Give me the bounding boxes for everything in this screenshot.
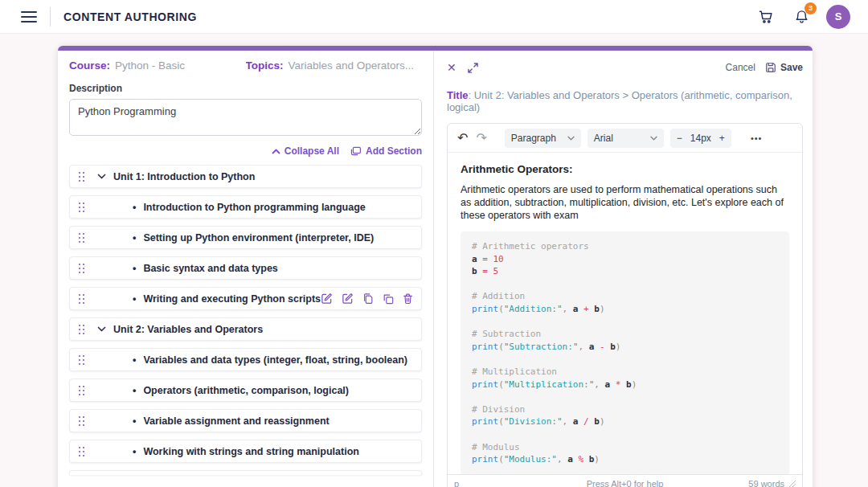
drag-handle-icon[interactable]	[78, 171, 84, 182]
unit-label: Unit 1: Introduction to Python	[113, 171, 255, 182]
drag-handle-icon[interactable]	[78, 415, 84, 426]
code-line: print("Subtraction:", a - b)	[472, 341, 778, 354]
drag-handle-icon[interactable]	[78, 232, 84, 243]
word-count[interactable]: 59 words	[748, 479, 784, 487]
font-size-decrease-button[interactable]: −	[677, 133, 682, 144]
save-icon	[765, 62, 776, 73]
collapse-all-button[interactable]: Collapse All	[272, 145, 339, 157]
topic-label: Introduction to Python programming langu…	[133, 202, 366, 213]
code-line: a = 10	[472, 253, 778, 266]
code-line: # Modulus	[472, 441, 778, 454]
code-line	[472, 353, 778, 366]
paragraph-style-value: Paragraph	[511, 133, 556, 144]
font-size-increase-button[interactable]: +	[719, 133, 725, 144]
drag-handle-icon[interactable]	[78, 446, 84, 456]
section-row-partial	[69, 470, 422, 475]
drag-handle-icon[interactable]	[78, 385, 84, 395]
drag-handle-icon[interactable]	[78, 202, 84, 212]
cart-icon	[758, 9, 774, 25]
add-section-icon	[350, 146, 362, 156]
notification-badge: 3	[805, 2, 817, 14]
topic-row[interactable]: Introduction to Python programming langu…	[69, 195, 422, 219]
code-line: print("Division:", a / b)	[472, 415, 778, 428]
nav-right: 3 S	[755, 5, 850, 29]
more-options-icon[interactable]: •••	[751, 133, 763, 143]
expand-icon[interactable]	[468, 63, 478, 73]
code-line: # Arithmetic operators	[472, 240, 778, 253]
chevron-down-icon[interactable]	[97, 174, 106, 179]
copy-icon[interactable]	[362, 293, 374, 305]
editor-title: Title: Unit 2: Variables and Operators >…	[447, 89, 803, 113]
resize-grip-icon[interactable]	[789, 481, 796, 487]
code-line	[472, 428, 778, 441]
edit-icon[interactable]	[321, 293, 333, 305]
topic-row[interactable]: Operators (arithmetic, comparison, logic…	[69, 379, 422, 402]
drag-handle-icon[interactable]	[78, 354, 84, 365]
hamburger-menu-icon[interactable]	[21, 11, 37, 23]
statusbar-element-path[interactable]: p	[454, 479, 459, 487]
content-paragraph: Arithmetic operators are used to perform…	[461, 183, 789, 222]
duplicate-icon[interactable]	[383, 293, 394, 305]
page: CONTENT AUTHORING 3 S C	[0, 0, 868, 487]
content-card: Course:Python - Basic Topics:Variables a…	[58, 46, 813, 487]
notifications-button[interactable]: 3	[791, 6, 812, 27]
topic-label: Setting up Python environment (interpret…	[133, 232, 374, 244]
code-line: print("Addition:", a + b)	[472, 303, 778, 316]
chevron-down-icon	[650, 136, 657, 141]
drag-handle-icon[interactable]	[78, 293, 84, 304]
outline-list: Unit 1: Introduction to Python Introduct…	[69, 165, 422, 475]
chevron-down-icon	[567, 136, 575, 141]
topic-row[interactable]: Basic syntax and data types	[69, 256, 422, 280]
title-value: : Unit 2: Variables and Operators > Oper…	[447, 89, 792, 113]
cancel-button[interactable]: Cancel	[726, 62, 755, 73]
cart-button[interactable]	[755, 6, 776, 27]
save-label: Save	[780, 62, 803, 73]
topic-label: Operators (arithmetic, comparison, logic…	[133, 385, 349, 396]
save-button[interactable]: Save	[765, 62, 803, 73]
topics-field: Topics:Variables and Operators...	[246, 59, 423, 72]
avatar[interactable]: S	[826, 5, 850, 29]
code-line: b = 5	[472, 265, 778, 278]
close-icon[interactable]: ✕	[447, 62, 457, 73]
editor-header: ✕ Cancel Save	[447, 60, 803, 75]
topic-row-selected[interactable]: Writing and executing Python scripts	[69, 287, 422, 310]
edit-content-icon[interactable]	[342, 293, 354, 305]
topics-value: Variables and Operators...	[289, 59, 415, 72]
topic-row[interactable]: Variables and data types (integer, float…	[69, 348, 422, 371]
code-line: # Addition	[472, 290, 778, 303]
topic-label: Writing and executing Python scripts	[133, 293, 321, 305]
topic-row[interactable]: Working with strings and string manipula…	[69, 440, 422, 463]
topic-row[interactable]: Variable assignment and reassignment	[69, 409, 422, 432]
code-line: # Multiplication	[472, 366, 778, 379]
chevron-down-icon[interactable]	[97, 326, 106, 332]
editor-toolbar: ↶ ↷ Paragraph Arial − 14px	[448, 124, 802, 153]
code-line: # Division	[472, 403, 778, 416]
description-input[interactable]: Python Programming	[69, 99, 422, 136]
section-row-unit-1[interactable]: Unit 1: Introduction to Python	[69, 165, 422, 188]
nav-divider	[50, 7, 51, 27]
code-line	[472, 278, 778, 291]
course-value: Python - Basic	[115, 59, 185, 72]
top-nav: CONTENT AUTHORING 3 S	[0, 0, 868, 34]
drag-handle-icon[interactable]	[78, 324, 84, 334]
drag-handle-icon[interactable]	[78, 263, 84, 273]
title-label: Title	[447, 89, 469, 101]
code-line	[472, 316, 778, 329]
section-row-unit-2[interactable]: Unit 2: Variables and Operators	[69, 317, 422, 341]
font-family-dropdown[interactable]: Arial	[588, 129, 664, 148]
add-section-button[interactable]: Add Section	[350, 145, 422, 157]
topic-row[interactable]: Setting up Python environment (interpret…	[69, 226, 422, 249]
chevron-up-icon	[272, 149, 280, 154]
topic-label: Variable assignment and reassignment	[133, 415, 330, 427]
course-meta-row: Course:Python - Basic Topics:Variables a…	[69, 59, 422, 72]
panel-links: Collapse All Add Section	[69, 145, 422, 157]
delete-icon[interactable]	[403, 293, 413, 305]
editor-content[interactable]: Arithmetic Operators: Arithmetic operato…	[448, 153, 802, 474]
code-line: print("Modulus:", a % b)	[472, 453, 778, 466]
redo-icon[interactable]: ↷	[476, 132, 486, 145]
paragraph-style-dropdown[interactable]: Paragraph	[505, 129, 581, 148]
code-line: # Subtraction	[472, 328, 778, 341]
unit-label: Unit 2: Variables and Operators	[113, 324, 263, 335]
undo-icon[interactable]: ↶	[457, 132, 468, 145]
code-line: print("Multiplication:", a * b)	[472, 379, 778, 391]
